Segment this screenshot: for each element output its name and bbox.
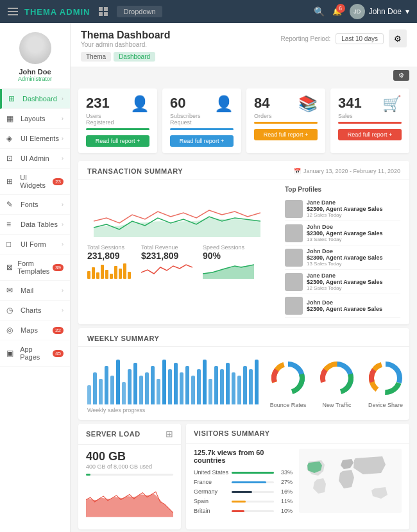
stat-bar [170,128,234,130]
country-name: Britain [194,508,229,514]
weekly-bar-item [226,363,230,404]
profile-item: Jane Dane $2300, Agent Avarage Sales 12 … [285,270,400,294]
chevron-icon: › [62,115,64,122]
stat-card-3: 341 Sales 🛒 Read full report + [330,88,409,153]
grid-nav-icon[interactable] [96,4,110,19]
user-menu[interactable]: JD John Doe ▾ [350,4,409,19]
sidebar-item-ui-form[interactable]: □ UI Form › [0,235,70,254]
stat-label: Subscribers Request [170,113,214,126]
sidebar-item-ui-widgets[interactable]: ⊞ UI Widgets 23 [0,169,70,195]
weekly-bar-item [243,366,247,404]
sidebar-item-charts[interactable]: ◷ Charts › [0,301,70,320]
reporting-period-select[interactable]: Last 10 days [336,33,384,44]
ui-elements-icon: ◈ [6,134,17,143]
country-bar [232,510,244,512]
profiles-list: Jane Dane $2300, Agent Avarage Sales 12 … [285,197,400,318]
weekly-bar-item [145,372,149,404]
ui-admin-icon: ⊡ [6,154,17,163]
top-nav-left: THEMA ADMIN Dropdown [8,4,162,19]
stat-report-button[interactable]: Read full report + [254,129,318,140]
profile-name: Jane Dane [307,199,383,206]
top-profiles: Top Profiles Jane Dane $2300, Agent Avar… [285,186,400,318]
sidebar-item-app-pages[interactable]: ▣ App Pages 45 [0,340,70,367]
config-button[interactable]: ⚙ [393,70,409,81]
stat-label: Users Registered [86,113,130,126]
profile-sub: 13 Sales Today [307,261,383,267]
donut-chart-item: Bounce Rates [269,359,307,408]
server-chart-area [86,479,173,524]
breadcrumb-item[interactable]: Thema [81,52,111,62]
sidebar-label-ui-widgets: UI Widgets [20,174,53,189]
sidebar-item-ui-admin[interactable]: ⊡ UI Admin › [0,149,70,169]
sidebar-item-dashboard[interactable]: ⊞ Dashboard › [0,89,70,109]
country-bar-wrap [232,472,274,474]
chevron-icon: › [62,287,64,294]
sidebar-item-layouts[interactable]: ▦ Layouts › [0,109,70,129]
sidebar-menu: ⊞ Dashboard › ▦ Layouts › ◈ UI Elements … [0,89,70,367]
visitors-header: VISITORS SUMMARY [186,424,409,444]
speed-mini-chart [203,261,254,279]
country-item: Germany 16% [194,488,293,495]
world-map-area [299,449,402,517]
stat-label: Orders [254,113,272,119]
country-bar [232,481,266,483]
stat-label: Sales [338,113,362,119]
avatar [19,32,51,64]
sidebar-item-ui-elements[interactable]: ◈ UI Elements › [0,129,70,149]
chevron-icon: › [62,221,64,228]
sidebar-label-ui-admin: UI Admin [21,154,49,162]
stat-report-button[interactable]: Read full report + [338,129,402,140]
sidebar-item-form-templates[interactable]: ⊠ Form Templates 39 [0,254,70,281]
country-bar-wrap [232,491,274,493]
dropdown-button[interactable]: Dropdown [117,6,162,17]
country-pct: 11% [277,498,293,504]
profile-item: John Doe $2300, Agent Avarage Sales 13 S… [285,221,400,245]
sidebar-item-mail[interactable]: ✉ Mail › [0,281,70,301]
visitors-body: 125.7k views from 60 countries United St… [186,444,409,522]
country-pct: 27% [277,479,293,485]
weekly-bar-item [139,376,143,404]
transaction-chart [87,186,267,237]
sidebar-label-ui-elements: UI Elements [21,135,59,142]
donut-svg [318,359,356,397]
hamburger-menu[interactable] [8,8,18,15]
sidebar-profile: John Doe Administrator [0,23,70,89]
layouts-icon: ▦ [6,114,17,123]
breadcrumb-item[interactable]: Dashboard [114,52,155,62]
profile-info: Jane Dane $2300, Agent Avarage Sales 12 … [307,199,383,218]
weekly-bar-item [168,369,172,404]
weekly-bar-item [105,366,108,404]
chevron-icon: › [62,241,64,247]
weekly-summary-card: WEEKLY SUMMARY Weekly sales progress Bou… [78,328,409,420]
profile-avatar [285,297,303,315]
profile-item: John Doe $2300, Agent Avarace Sales [285,294,400,318]
reporting-label: Reporting Period: [280,35,330,42]
stat-report-button[interactable]: Read full report + [86,135,149,147]
chart-area: Total Sessions 231,809 Total Revenue [87,186,278,318]
weekly-bar-item [174,363,178,404]
sidebar-item-data-tables[interactable]: ≡ Data Tables › [0,215,70,235]
stats-row: 231 Users Registered 👤 Read full report … [71,81,417,157]
transaction-date: 📅 January 13, 2020 - February 11, 2020 [294,168,400,174]
weekly-bar-item [128,369,132,404]
search-icon[interactable]: 🔍 [314,6,325,17]
weekly-bar-item [122,382,126,404]
user-name: John Doe [369,7,402,16]
stat-icon: 📚 [298,95,318,113]
stat-number: 341 [338,95,362,112]
notification-bell[interactable]: 🔔 6 [332,7,342,16]
weekly-bar-item [191,376,195,404]
sidebar-label-data-tables: Data Tables [21,220,58,228]
sidebar-item-maps[interactable]: ◎ Maps 22 [0,320,70,340]
ui-widgets-icon: ⊞ [6,177,16,186]
brand-name: THEMA ADMIN [24,7,90,17]
donut-chart-item: Device Share [366,359,405,408]
donut-svg [366,359,405,397]
mail-icon: ✉ [6,286,17,295]
stat-report-button[interactable]: Read full report + [170,135,234,147]
settings-button[interactable]: ⚙ [389,29,407,47]
sidebar-label-app-pages: App Pages [20,345,53,361]
weekly-bar-item [203,360,207,404]
total-revenue-stat: Total Revenue $231,809 [141,244,192,281]
sidebar-item-fonts[interactable]: ✎ Fonts › [0,195,70,215]
